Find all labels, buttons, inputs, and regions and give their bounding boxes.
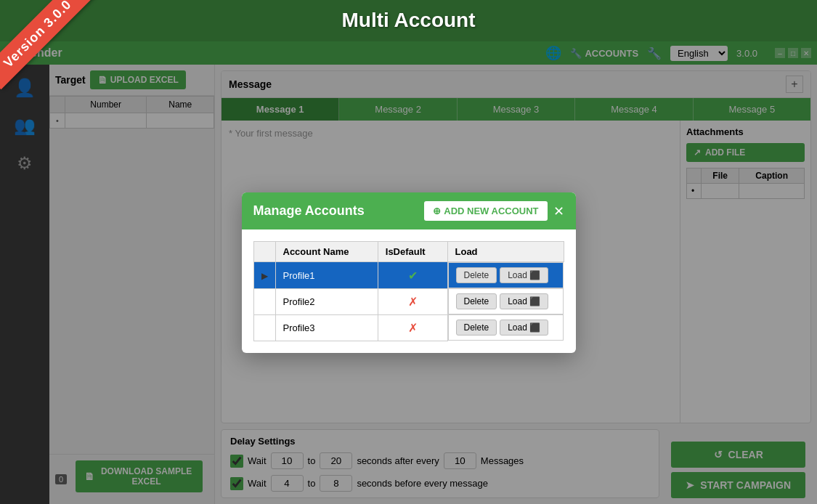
modal-header-actions: ⊕ ADD NEW ACCOUNT ✕ (424, 201, 564, 221)
actions-3: Delete Load ⬛ (448, 314, 564, 341)
account-name-3: Profile3 (275, 314, 378, 341)
delete-button-2[interactable]: Delete (456, 293, 497, 309)
modal-body: Account Name IsDefault Load ▶ Profile1 ✔… (242, 229, 576, 353)
row-arrow-3 (253, 314, 275, 341)
title-bar: Multi Account (0, 0, 817, 40)
load-icon-1: Load (508, 270, 527, 280)
delete-button-1[interactable]: Delete (456, 267, 497, 283)
is-default-2: ✗ (378, 288, 447, 314)
add-new-account-button[interactable]: ⊕ ADD NEW ACCOUNT (424, 201, 547, 221)
load-button-3[interactable]: Load ⬛ (500, 320, 548, 336)
load-button-2[interactable]: Load ⬛ (500, 293, 548, 309)
account-row-profile2: Profile2 ✗ Delete Load ⬛ (253, 288, 564, 314)
modal-close-button[interactable]: ✕ (553, 203, 564, 219)
row-arrow-1: ▶ (253, 262, 275, 289)
account-name-header: Account Name (275, 242, 378, 262)
app-window: WaSender 🌐 🔧 ACCOUNTS 🔧 English Arabic F… (0, 41, 817, 504)
load-header: Load (447, 242, 564, 262)
is-default-header: IsDefault (378, 242, 447, 262)
modal-header: Manage Accounts ⊕ ADD NEW ACCOUNT ✕ (242, 192, 576, 229)
acc-indicator-header (253, 242, 275, 262)
version-text: Version 3.0.0 (0, 0, 94, 89)
modal-title: Manage Accounts (253, 203, 365, 219)
load-arrow-1: ⬛ (529, 270, 540, 280)
account-name-1: Profile1 (275, 262, 378, 289)
row-arrow-2 (253, 288, 275, 314)
app-title: Multi Account (341, 9, 475, 32)
load-button-1[interactable]: Load ⬛ (500, 267, 548, 283)
plus-icon: ⊕ (433, 206, 441, 216)
actions-1: Delete Load ⬛ (448, 262, 564, 288)
is-default-3: ✗ (378, 314, 447, 341)
modal-overlay[interactable]: Manage Accounts ⊕ ADD NEW ACCOUNT ✕ Acco… (0, 41, 817, 504)
delete-button-3[interactable]: Delete (456, 320, 497, 336)
is-default-1: ✔ (378, 262, 447, 289)
manage-accounts-modal: Manage Accounts ⊕ ADD NEW ACCOUNT ✕ Acco… (242, 192, 576, 353)
account-row-profile1: ▶ Profile1 ✔ Delete Load ⬛ (253, 262, 564, 289)
actions-2: Delete Load ⬛ (448, 288, 564, 314)
account-name-2: Profile2 (275, 288, 378, 314)
account-row-profile3: Profile3 ✗ Delete Load ⬛ (253, 314, 564, 341)
accounts-table: Account Name IsDefault Load ▶ Profile1 ✔… (253, 241, 564, 341)
version-badge: Version 3.0.0 (0, 0, 116, 116)
add-new-label: ADD NEW ACCOUNT (444, 206, 538, 216)
